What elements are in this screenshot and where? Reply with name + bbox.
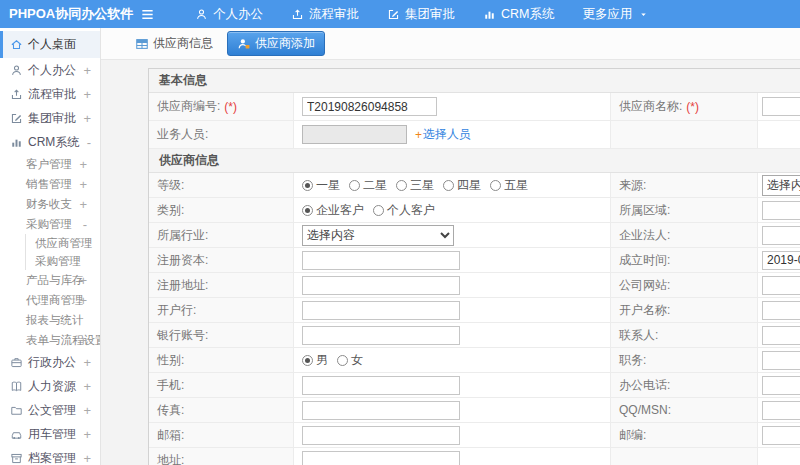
sidebar-item-purchasing-mgmt[interactable]: 采购管理 — [26, 252, 100, 270]
email-input[interactable] — [302, 426, 460, 445]
tab-supplier-info[interactable]: 供应商信息 — [129, 32, 219, 55]
fax-input[interactable] — [302, 401, 460, 420]
field-cell — [758, 248, 800, 272]
registered-address-input[interactable] — [302, 276, 460, 295]
field-label-text: QQ/MSN: — [619, 403, 671, 417]
sidebar-item-finance[interactable]: 财务收支+ — [0, 194, 100, 214]
sidebar-item-personal-office[interactable]: 个人办公+ — [0, 58, 100, 82]
field-label: 性别: — [149, 348, 294, 372]
field-label: 企业法人: — [611, 223, 758, 247]
topnav-item-more-apps[interactable]: 更多应用 — [568, 0, 662, 28]
business-person-input[interactable] — [302, 125, 407, 144]
field-cell — [758, 323, 800, 347]
level-radio-5[interactable]: 五星 — [490, 177, 528, 194]
radio-unchecked-icon — [337, 355, 348, 366]
legal-person-input[interactable] — [762, 226, 800, 245]
sidebar-item-vehicle-mgmt[interactable]: 用车管理+ — [0, 422, 100, 446]
sidebar-item-group-approval[interactable]: 集团审批+ — [0, 106, 100, 130]
sidebar-item-label: 行政办公 — [28, 354, 76, 371]
sidebar-item-archive-mgmt[interactable]: 档案管理+ — [0, 446, 100, 465]
share-icon — [10, 88, 23, 101]
bank-account-input[interactable] — [302, 326, 460, 345]
expand-toggle: + — [83, 111, 91, 126]
source-select[interactable]: 选择内容 — [762, 175, 800, 196]
sidebar-item-document-mgmt[interactable]: 公文管理+ — [0, 398, 100, 422]
level-radio-4[interactable]: 四星 — [443, 177, 481, 194]
topnav-item-workflow-approval[interactable]: 流程审批 — [277, 0, 373, 28]
industry-select[interactable]: 选择内容 — [302, 225, 454, 246]
level-radio-3[interactable]: 三星 — [396, 177, 434, 194]
address-input[interactable] — [302, 451, 460, 465]
field-label: 供应商名称:(*) — [611, 93, 758, 120]
account-name-input[interactable] — [762, 301, 800, 320]
sidebar-item-crm-system[interactable]: CRM系统- — [0, 130, 100, 154]
gender-radio-1[interactable]: 男 — [302, 352, 328, 369]
form-row: 地址: — [149, 448, 800, 465]
sidebar-item-personal-desktop[interactable]: 个人桌面 — [0, 31, 100, 58]
field-cell — [758, 93, 800, 120]
level-radio-1[interactable]: 一星 — [302, 177, 340, 194]
field-label-text: 银行账号: — [157, 327, 208, 344]
select-person-link[interactable]: 选择人员 — [423, 126, 471, 143]
sidebar-item-supplier-mgmt[interactable]: 供应商管理 — [26, 234, 100, 252]
radio-label: 企业客户 — [316, 202, 364, 219]
tab-supplier-add[interactable]: 供应商添加 — [227, 31, 325, 56]
topnav-item-personal-office[interactable]: 个人办公 — [181, 0, 277, 28]
category-radio-1[interactable]: 企业客户 — [302, 202, 364, 219]
bank-name-input[interactable] — [302, 301, 460, 320]
radio-label: 女 — [351, 352, 363, 369]
field-cell — [758, 223, 800, 247]
sidebar-item-customer-mgmt[interactable]: 客户管理+ — [0, 154, 100, 174]
sidebar-item-human-resources[interactable]: 人力资源+ — [0, 374, 100, 398]
topnav-item-group-approval[interactable]: 集团审批 — [373, 0, 469, 28]
job-title-input[interactable] — [762, 351, 800, 370]
field-label: 手机: — [149, 373, 294, 397]
sidebar-item-reports-stats[interactable]: 报表与统计 — [0, 310, 100, 330]
mobile-input[interactable] — [302, 376, 460, 395]
region-input[interactable] — [762, 201, 800, 220]
supplier-add-form: 基本信息供应商编号:(*)供应商名称:(*)业务人员:+选择人员供应商信息等级:… — [148, 68, 800, 465]
registered-capital-input[interactable] — [302, 251, 460, 270]
sidebar-item-sales-mgmt[interactable]: 销售管理+ — [0, 174, 100, 194]
field-label: 开户行: — [149, 298, 294, 322]
radio-label: 五星 — [504, 177, 528, 194]
qq-msn-input[interactable] — [762, 401, 800, 420]
field-label: 业务人员: — [149, 121, 294, 148]
app: { "colors":{ "topbar_bg":"#4a97ea","acce… — [0, 0, 800, 465]
field-label: 注册资本: — [149, 248, 294, 272]
expand-toggle: + — [79, 197, 87, 212]
category-radio-2[interactable]: 个人客户 — [373, 202, 435, 219]
gender-radio-2[interactable]: 女 — [337, 352, 363, 369]
topnav-item-crm-system[interactable]: CRM系统 — [469, 0, 568, 28]
zip-code-input[interactable] — [762, 426, 800, 445]
level-radio-2[interactable]: 二星 — [349, 177, 387, 194]
sidebar-item-product-inventory[interactable]: 产品与库存+ — [0, 270, 100, 290]
sidebar-item-label: CRM系统 — [28, 134, 79, 151]
field-label-text: 供应商名称: — [619, 98, 682, 115]
radio-unchecked-icon — [490, 180, 501, 191]
form-row: 等级:一星二星三星四星五星来源:选择内容 — [149, 173, 800, 198]
supplier-code-input[interactable] — [302, 97, 437, 116]
sidebar-item-purchase-mgmt[interactable]: 采购管理- — [0, 214, 100, 234]
form-row: 业务人员:+选择人员 — [149, 121, 800, 149]
sidebar-subsubmenu: 供应商管理采购管理 — [25, 234, 100, 270]
sidebar-item-admin-office[interactable]: 行政办公+ — [0, 350, 100, 374]
supplier-name-input[interactable] — [762, 97, 800, 116]
menu-toggle[interactable] — [140, 7, 155, 22]
sidebar-item-label: 报表与统计 — [26, 313, 84, 328]
expand-toggle: + — [79, 293, 87, 308]
contact-person-input[interactable] — [762, 326, 800, 345]
field-cell — [758, 198, 800, 222]
sidebar-item-agent-mgmt[interactable]: 代理商管理+ — [0, 290, 100, 310]
field-label: 地址: — [149, 448, 294, 465]
field-cell — [758, 348, 800, 372]
sidebar-item-form-flow-settings[interactable]: 表单与流程设置+ — [0, 330, 100, 350]
office-phone-input[interactable] — [762, 376, 800, 395]
sidebar-item-label: 产品与库存 — [26, 273, 84, 288]
field-cell: +选择人员 — [294, 121, 611, 148]
sidebar-item-workflow-approval[interactable]: 流程审批+ — [0, 82, 100, 106]
field-cell: 男女 — [294, 348, 611, 372]
table-icon — [135, 37, 149, 51]
company-website-input[interactable] — [762, 276, 800, 295]
founded-time-input[interactable] — [762, 251, 800, 270]
